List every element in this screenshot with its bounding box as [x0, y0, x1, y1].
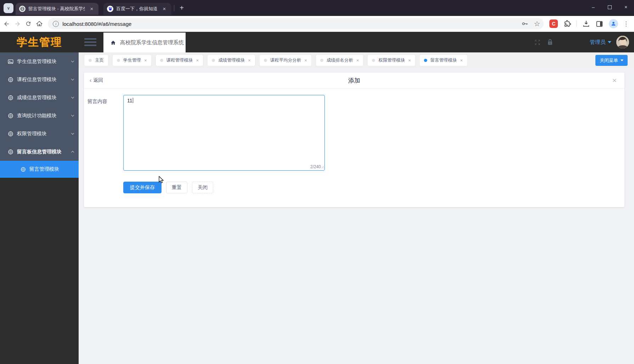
forward-icon[interactable] [13, 18, 22, 29]
tag-close-icon[interactable]: × [460, 58, 463, 63]
message-content-textarea[interactable]: 11 2/240 [123, 95, 325, 171]
close-button[interactable]: 关闭 [192, 182, 213, 193]
close-menu-button[interactable]: 关闭菜单 [595, 55, 628, 66]
url-bar[interactable]: i localhost:8080/#/a6/message ☆ [48, 18, 544, 29]
image-icon [8, 59, 13, 64]
avatar[interactable] [616, 36, 629, 49]
back-icon[interactable] [2, 18, 11, 29]
chevron-down-icon [71, 96, 74, 99]
window-controls: – × [585, 0, 634, 14]
user-menu[interactable]: 管理员 [590, 39, 606, 46]
extensions-puzzle-icon[interactable] [564, 20, 571, 28]
site-info-icon[interactable]: i [53, 21, 59, 27]
char-counter: 2/240 [310, 164, 321, 169]
downloads-icon[interactable] [582, 20, 590, 28]
tag-grade-ranking[interactable]: 成绩排名分析 × [316, 55, 363, 66]
gauge-icon [8, 95, 13, 101]
tab-title: 留言管理模块 - 高校院系学生信 [28, 6, 85, 12]
tag-dot-icon [160, 59, 163, 62]
resize-handle-icon[interactable] [321, 164, 324, 170]
tag-message-manage[interactable]: 留言管理模块 × [420, 55, 467, 66]
gauge-icon [8, 77, 13, 83]
new-tab-button[interactable]: + [177, 4, 186, 13]
browser-tab-baidu[interactable]: 百度一下，你就知道 × [103, 3, 171, 15]
tag-dot-icon [117, 59, 120, 62]
home-icon[interactable] [35, 18, 44, 29]
chrome-menu-icon[interactable]: ⋮ [623, 20, 629, 28]
profile-icon[interactable] [609, 19, 618, 28]
panel-title: 添加 [84, 76, 624, 85]
tab-close-icon[interactable]: × [161, 6, 168, 12]
tag-dot-icon [264, 59, 267, 62]
app-header: 学生管理 高校院系学生信息管理系统 管理员 [0, 32, 634, 52]
bookmark-star-icon[interactable]: ☆ [534, 19, 540, 28]
message-content-label: 留言内容 [87, 98, 120, 105]
reload-icon[interactable] [24, 18, 33, 29]
gauge-icon [21, 167, 26, 172]
tag-dot-icon [89, 59, 92, 62]
browser-tab-active[interactable]: 留言管理模块 - 高校院系学生信 × [16, 3, 98, 15]
tag-close-icon[interactable]: × [196, 58, 199, 63]
browser-tabstrip: ∨ 留言管理模块 - 高校院系学生信 × 百度一下，你就知道 × + – × [0, 0, 634, 16]
text-caret [133, 98, 133, 103]
tag-close-icon[interactable]: × [144, 58, 147, 63]
toolbar-divider [576, 21, 577, 27]
sidebar-item-permission[interactable]: 权限管理模块 [0, 125, 79, 143]
window-maximize-button[interactable] [601, 0, 618, 14]
tag-close-icon[interactable]: × [248, 58, 251, 63]
gauge-icon [8, 149, 13, 155]
sidebar-item-course-info[interactable]: 课程信息管理模块 [0, 70, 79, 89]
window-close-button[interactable]: × [618, 0, 634, 14]
reset-button[interactable]: 重置 [166, 182, 187, 193]
tag-dot-icon [424, 59, 427, 62]
tab-close-icon[interactable]: × [89, 6, 95, 12]
extension-c-icon[interactable]: C [549, 19, 558, 28]
sidebar-item-grade-info[interactable]: 成绩信息管理模块 [0, 89, 79, 107]
chevron-down-icon [71, 59, 74, 63]
gauge-icon [8, 131, 13, 137]
lock-icon[interactable] [547, 39, 554, 46]
tag-dot-icon [320, 59, 323, 62]
fullscreen-icon[interactable] [534, 39, 541, 46]
tag-close-icon[interactable]: × [356, 58, 359, 63]
tag-grade-manage[interactable]: 成绩管理模块 × [208, 55, 255, 66]
gauge-icon [8, 113, 13, 119]
tag-home[interactable]: 主页 [84, 55, 108, 66]
sidebar-item-message-board[interactable]: 留言板信息管理模块 [0, 143, 79, 161]
mouse-cursor [158, 176, 165, 185]
sidebar: 学生信息管理模块 课程信息管理模块 成绩信息管理模块 查询统计功能模块 权限管理… [0, 52, 79, 364]
tag-dot-icon [212, 59, 215, 62]
window-minimize-button[interactable]: – [585, 0, 601, 14]
tab-search-chevron-icon[interactable]: ∨ [4, 3, 13, 13]
breadcrumb: 高校院系学生信息管理系统 [103, 33, 186, 52]
chevron-down-icon [71, 78, 74, 81]
chevron-down-icon [71, 114, 74, 117]
sidebar-item-query-stats[interactable]: 查询统计功能模块 [0, 107, 79, 125]
tag-close-icon[interactable]: × [408, 58, 411, 63]
submit-save-button[interactable]: 提交并保存 [123, 182, 162, 193]
main-content: 主页 学生管理 × 课程管理模块 × 成绩管理模块 × 课程平均分分析 × 成绩… [79, 52, 634, 364]
password-key-icon[interactable] [521, 20, 529, 28]
sidebar-subitem-message-manage[interactable]: 留言管理模块 [0, 161, 79, 178]
app-logo: 学生管理 [0, 32, 79, 52]
hamburger-menu-icon[interactable] [84, 37, 97, 47]
url-text[interactable]: localhost:8080/#/a6/message [62, 21, 516, 27]
chevron-up-icon [71, 151, 74, 154]
textarea-value: 11 [127, 98, 132, 103]
tags-bar: 主页 学生管理 × 课程管理模块 × 成绩管理模块 × 课程平均分分析 × 成绩… [79, 52, 634, 68]
side-panel-icon[interactable] [596, 20, 603, 28]
tag-permission-manage[interactable]: 权限管理模块 × [368, 55, 415, 66]
baidu-paw-icon [107, 6, 113, 12]
sidebar-item-student-info[interactable]: 学生信息管理模块 [0, 52, 79, 70]
tab-divider [174, 5, 174, 11]
breadcrumb-text[interactable]: 高校院系学生信息管理系统 [120, 39, 184, 46]
tag-course-manage[interactable]: 课程管理模块 × [156, 55, 203, 66]
caret-down-icon [621, 59, 623, 61]
tab-title: 百度一下，你就知道 [116, 6, 158, 12]
panel-close-icon[interactable]: × [612, 76, 617, 85]
home-breadcrumb-icon [111, 40, 116, 45]
tag-student-manage[interactable]: 学生管理 × [113, 55, 151, 66]
tag-close-icon[interactable]: × [304, 58, 307, 63]
user-caret-icon [608, 41, 611, 43]
tag-course-average[interactable]: 课程平均分分析 × [260, 55, 311, 66]
